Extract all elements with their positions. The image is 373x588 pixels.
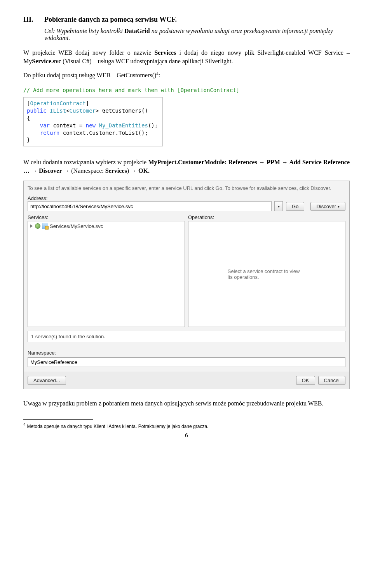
page-number: 6 bbox=[23, 432, 350, 438]
code-l4c: new bbox=[86, 122, 96, 129]
discover-label: Discover bbox=[316, 204, 336, 209]
p1-b1: Services bbox=[154, 49, 176, 56]
namespace-row: Namespace: bbox=[28, 350, 345, 367]
section-heading: III. Pobieranie danych za pomocą serwisu… bbox=[23, 16, 350, 24]
code-line-6: } bbox=[27, 136, 158, 144]
code-line-1: [OperationContract] bbox=[27, 100, 158, 107]
address-dropdown[interactable]: ▾ bbox=[274, 201, 283, 211]
dialog-body: To see a list of available services on a… bbox=[24, 181, 349, 372]
p1-t3: (Visual C#) – usługa WCF udostępniająca … bbox=[61, 58, 233, 64]
operations-label: Operations: bbox=[188, 214, 345, 220]
code-l4a: var bbox=[27, 122, 50, 129]
code-l4e: (); bbox=[148, 122, 158, 129]
advanced-button[interactable]: Advanced... bbox=[28, 376, 66, 385]
code-l4b: context = bbox=[50, 122, 86, 129]
chevron-down-icon: ▾ bbox=[338, 204, 340, 209]
paragraph-1: W projekcie WEB dodaj nowy folder o nazw… bbox=[23, 49, 350, 65]
code-l2b: IList bbox=[47, 108, 66, 114]
p3-t3: ) bbox=[127, 167, 131, 174]
radio-icon bbox=[35, 223, 40, 229]
ok-button[interactable]: OK bbox=[296, 376, 315, 385]
p2-colon: : bbox=[159, 72, 160, 79]
code-block: [OperationContract] public IList<Custome… bbox=[23, 97, 163, 146]
operations-hint: Select a service contract to view its op… bbox=[228, 268, 306, 280]
paragraph-2: Do pliku dodaj prostą usługę WEB – GetCu… bbox=[23, 71, 350, 80]
code-l2a: public bbox=[27, 108, 47, 114]
p3-b3: → OK. bbox=[131, 167, 150, 174]
goal-paragraph: Cel: Wypełnianie listy kontrolki DataGri… bbox=[44, 28, 350, 42]
dialog-description: To see a list of available services on a… bbox=[28, 185, 345, 192]
address-input[interactable] bbox=[28, 201, 272, 211]
code-l2e: > GetCustomers() bbox=[96, 108, 148, 114]
p1-t1: W projekcie WEB dodaj nowy folder o nazw… bbox=[23, 49, 154, 56]
namespace-input[interactable] bbox=[28, 357, 345, 367]
code-snippet: // Add more operations here and mark the… bbox=[23, 87, 350, 146]
p1-b2: Service.svc bbox=[32, 58, 61, 64]
code-l1c: ] bbox=[86, 100, 89, 106]
address-label: Address: bbox=[28, 195, 345, 201]
operations-list[interactable]: Select a service contract to view its op… bbox=[188, 221, 345, 327]
address-row: ▾ Go Discover▾ bbox=[28, 201, 345, 211]
service-item-label: Services/MyService.svc bbox=[50, 223, 103, 229]
code-comment: // Add more operations here and mark the… bbox=[23, 87, 350, 94]
paragraph-3: W celu dodania rozwiązania wybierz w pro… bbox=[23, 158, 350, 175]
tree-expand-icon[interactable] bbox=[30, 224, 33, 228]
code-l2c: < bbox=[66, 108, 69, 114]
service-tree-item[interactable]: Services/MyService.svc bbox=[28, 221, 185, 231]
code-line-4: var context = new My_DataEntities(); bbox=[27, 122, 158, 129]
panels-row: Services: Services/MyService.svc Operati… bbox=[28, 214, 345, 327]
footnote-separator bbox=[23, 419, 93, 420]
code-l1b: OperationContract bbox=[30, 100, 85, 106]
services-list[interactable]: Services/MyService.svc bbox=[28, 221, 185, 327]
code-line-2: public IList<Customer> GetCustomers() bbox=[27, 107, 158, 115]
discover-button[interactable]: Discover▾ bbox=[310, 202, 345, 211]
services-panel: Services: Services/MyService.svc bbox=[28, 214, 185, 327]
paragraph-4: Uwaga w przypadku problem z pobraniem me… bbox=[23, 399, 350, 408]
dialog-footer: Advanced... OK Cancel bbox=[24, 372, 349, 389]
cancel-button[interactable]: Cancel bbox=[318, 376, 345, 385]
code-line-3: { bbox=[27, 115, 158, 122]
section-title: Pobieranie danych za pomocą serwisu WCF. bbox=[44, 16, 177, 24]
status-text: 1 service(s) found in the solution. bbox=[28, 331, 345, 342]
section-number: III. bbox=[23, 16, 44, 24]
p3-t2: (Namespace: bbox=[71, 167, 105, 174]
footnote-text: Metoda operuje na danych typu Klient i A… bbox=[26, 424, 208, 429]
goal-bold-datagrid: DataGrid bbox=[124, 28, 150, 34]
code-l2d: Customer bbox=[70, 108, 96, 114]
goal-label: Cel: bbox=[44, 28, 55, 34]
p3-b2: Services bbox=[105, 167, 127, 174]
add-service-reference-dialog: To see a list of available services on a… bbox=[23, 181, 350, 390]
services-label: Services: bbox=[28, 214, 185, 220]
p3-t1: W celu dodania rozwiązania wybierz w pro… bbox=[23, 159, 148, 165]
code-l5b: context.Customer.ToList(); bbox=[59, 130, 148, 136]
go-button[interactable]: Go bbox=[286, 202, 304, 211]
goal-text-1: Wypełnianie listy kontrolki bbox=[55, 28, 124, 34]
service-file-icon bbox=[42, 223, 48, 229]
footnote: 4 Metoda operuje na danych typu Klient i… bbox=[23, 422, 350, 429]
code-l5a: return bbox=[27, 130, 59, 136]
namespace-label: Namespace: bbox=[28, 350, 345, 356]
operations-panel: Operations: Select a service contract to… bbox=[188, 214, 345, 327]
code-l4d: My_DataEntities bbox=[96, 122, 148, 129]
p2-text: Do pliku dodaj prostą usługę WEB – GetCu… bbox=[23, 72, 156, 79]
code-line-5: return context.Customer.ToList(); bbox=[27, 129, 158, 137]
